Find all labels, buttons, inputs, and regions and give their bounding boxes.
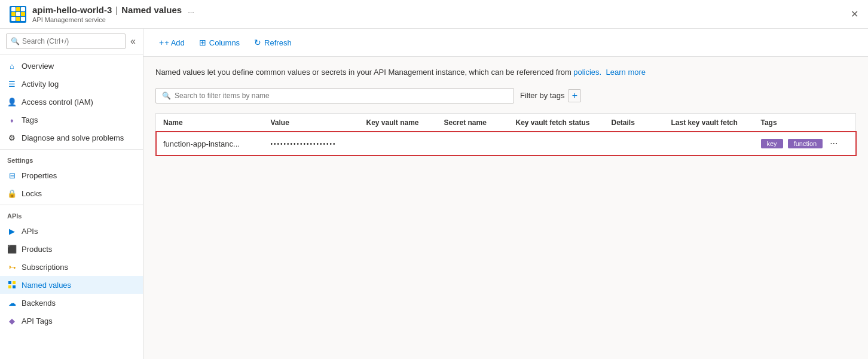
cell-key-vault-name: [359, 132, 437, 156]
product-icon: ⬛: [7, 244, 17, 254]
cloud-icon: ☁: [7, 298, 17, 308]
col-header-tags: Tags: [754, 113, 856, 132]
filter-tags-area: Filter by tags +: [520, 89, 581, 102]
sidebar-item-tags[interactable]: ⬧ Tags: [0, 111, 143, 129]
tag-icon: ⬧: [7, 115, 17, 124]
cell-details: [604, 132, 664, 156]
sidebar-label-products: Products: [22, 245, 52, 254]
collapse-button[interactable]: «: [129, 35, 137, 48]
add-button[interactable]: + + Add: [153, 35, 191, 50]
row-more-button[interactable]: ···: [827, 137, 840, 150]
sidebar-label-access-control: Access control (IAM): [22, 98, 93, 107]
grid-icon: [7, 280, 17, 290]
sidebar-item-apis[interactable]: ▶ APIs: [0, 222, 143, 240]
col-header-fetch-status: Key vault fetch status: [509, 113, 604, 132]
cell-secret-name: [437, 132, 509, 156]
main-container: 🔍 « ⌂ Overview ☰ Activity log 👤 Access c…: [0, 29, 868, 359]
filter-search-box: 🔍: [155, 88, 514, 104]
policies-link[interactable]: policies.: [573, 68, 601, 77]
sidebar-label-api-tags: API Tags: [22, 317, 53, 325]
filter-tags-add-button[interactable]: +: [568, 89, 581, 102]
more-options-icon[interactable]: ...: [188, 6, 194, 15]
sidebar-item-subscriptions[interactable]: 🗝 Subscriptions: [0, 258, 143, 276]
wrench-icon: ⚙: [7, 133, 17, 142]
sidebar-item-activity-log[interactable]: ☰ Activity log: [0, 75, 143, 93]
sidebar-item-api-tags[interactable]: ◆ API Tags: [0, 312, 143, 330]
sidebar-item-backends[interactable]: ☁ Backends: [0, 294, 143, 312]
toolbar: + + Add ⊞ Columns ↻ Refresh: [143, 29, 868, 57]
close-button[interactable]: ✕: [851, 8, 858, 20]
tag-function[interactable]: function: [788, 139, 823, 148]
named-values-table: Name Value Key vault name Secret name Ke…: [155, 113, 856, 156]
refresh-label: Refresh: [264, 38, 292, 47]
columns-label: Columns: [209, 38, 240, 47]
sidebar-label-locks: Locks: [22, 189, 42, 198]
svg-rect-0: [8, 281, 11, 284]
home-icon: ⌂: [7, 61, 17, 71]
sidebar-search-icon: 🔍: [11, 37, 20, 45]
refresh-icon: ↻: [254, 38, 261, 47]
tag-key[interactable]: key: [761, 139, 783, 148]
section-apis: APIs: [0, 205, 143, 222]
title-separator: |: [115, 5, 118, 15]
sidebar-search-input[interactable]: [6, 34, 126, 49]
svg-rect-2: [8, 285, 11, 288]
col-header-secret-name: Secret name: [437, 113, 509, 132]
refresh-button[interactable]: ↻ Refresh: [248, 35, 298, 50]
cell-name: function-app-instanc...: [156, 132, 264, 156]
sidebar-item-overview[interactable]: ⌂ Overview: [0, 57, 143, 75]
app-icon: [10, 6, 26, 23]
sidebar-label-activity-log: Activity log: [22, 80, 59, 89]
cell-fetch-status: [509, 132, 604, 156]
sidebar-search-area: 🔍 «: [0, 29, 143, 54]
sidebar-item-properties[interactable]: ⊟ Properties: [0, 166, 143, 184]
sidebar-item-named-values[interactable]: Named values: [0, 276, 143, 294]
info-text: Named values let you define common value…: [155, 68, 571, 77]
sidebar-label-named-values: Named values: [22, 281, 71, 290]
tag2-icon: ◆: [7, 316, 17, 325]
cell-value: ••••••••••••••••••••: [264, 132, 359, 156]
filter-tags-label: Filter by tags: [520, 91, 564, 100]
row-name-value: function-app-instanc...: [163, 139, 240, 148]
cell-last-fetch: [664, 132, 754, 156]
table-row[interactable]: function-app-instanc... ••••••••••••••••…: [156, 132, 856, 156]
filter-search-input[interactable]: [175, 92, 508, 100]
col-header-name: Name: [156, 113, 264, 132]
cell-tags: key function ···: [754, 132, 856, 156]
svg-rect-3: [13, 285, 16, 288]
content-body: Named values let you define common value…: [143, 57, 868, 359]
col-header-key-vault-name: Key vault name: [359, 113, 437, 132]
add-label: + Add: [164, 38, 185, 47]
sidebar-item-products[interactable]: ⬛ Products: [0, 240, 143, 258]
section-settings: Settings: [0, 149, 143, 166]
sidebar-nav: ⌂ Overview ☰ Activity log 👤 Access contr…: [0, 54, 143, 359]
key-icon: 🗝: [7, 262, 17, 272]
content-area: + + Add ⊞ Columns ↻ Refresh Named values…: [143, 29, 868, 359]
sidebar-item-locks[interactable]: 🔒 Locks: [0, 184, 143, 202]
bars-icon: ⊟: [7, 171, 17, 180]
title-bar-left: apim-hello-world-3 | Named values ... AP…: [10, 5, 194, 24]
row-value-masked: ••••••••••••••••••••: [271, 141, 337, 147]
table-body: function-app-instanc... ••••••••••••••••…: [156, 132, 856, 156]
sidebar-item-diagnose[interactable]: ⚙ Diagnose and solve problems: [0, 129, 143, 147]
columns-icon: ⊞: [199, 38, 206, 47]
table-header: Name Value Key vault name Secret name Ke…: [156, 113, 856, 132]
col-header-last-fetch: Last key vault fetch: [664, 113, 754, 132]
sidebar-label-tags: Tags: [22, 115, 38, 124]
app-name-group: apim-hello-world-3 | Named values ... AP…: [32, 5, 194, 24]
sidebar-item-access-control[interactable]: 👤 Access control (IAM): [0, 93, 143, 111]
sidebar-label-overview: Overview: [22, 62, 54, 71]
svg-rect-1: [13, 281, 16, 284]
lock-icon: 🔒: [7, 188, 17, 198]
add-icon: +: [159, 38, 164, 47]
list-icon: ☰: [7, 79, 17, 89]
sidebar: 🔍 « ⌂ Overview ☰ Activity log 👤 Access c…: [0, 29, 143, 359]
app-name: apim-hello-world-3: [32, 5, 112, 15]
person-icon: 👤: [7, 97, 17, 107]
learn-more-link[interactable]: Learn more: [606, 68, 646, 77]
sidebar-label-apis: APIs: [22, 227, 38, 236]
col-header-details: Details: [604, 113, 664, 132]
service-label: API Management service: [32, 16, 106, 23]
columns-button[interactable]: ⊞ Columns: [193, 35, 246, 50]
col-header-value: Value: [264, 113, 359, 132]
